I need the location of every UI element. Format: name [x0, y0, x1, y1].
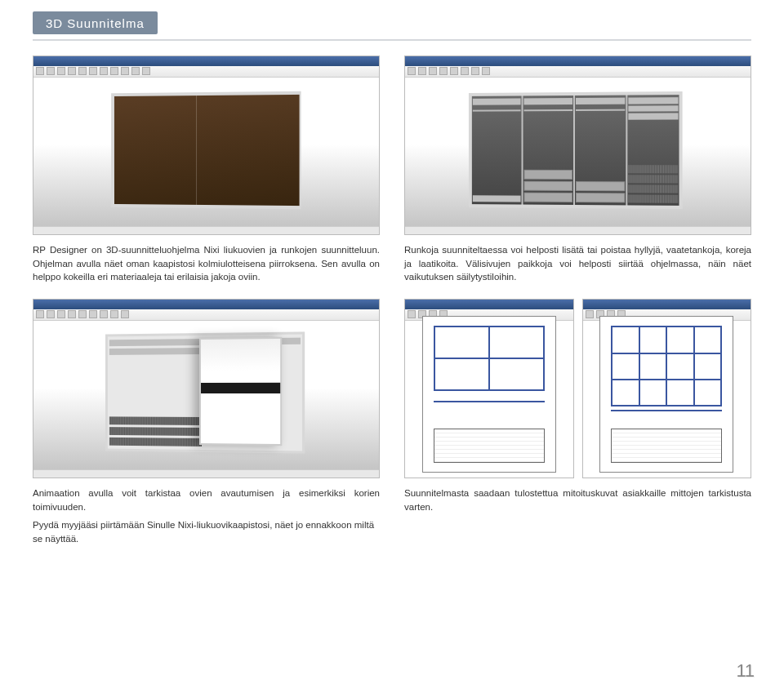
shelf [629, 97, 679, 104]
basket [109, 426, 201, 435]
app-titlebar [405, 300, 573, 309]
rail [524, 109, 573, 111]
toolbar-icon [78, 67, 87, 75]
canvas-3d [33, 78, 379, 226]
title-block [611, 429, 722, 463]
shelf [109, 347, 201, 354]
wardrobe-open [469, 91, 683, 209]
col-r2c1: Animaation avulla voit tarkistaa ovien a… [33, 299, 380, 546]
dim-line [434, 401, 545, 402]
status-bar [33, 226, 379, 234]
drawer [524, 170, 573, 180]
interior [107, 335, 203, 450]
blueprint-left [404, 299, 574, 478]
wardrobe-partial [105, 331, 305, 453]
toolbar-icon [36, 310, 44, 318]
shelf [576, 98, 625, 104]
toolbar-icon [429, 67, 437, 75]
drawer [576, 181, 625, 191]
app-toolbar [33, 309, 379, 321]
toolbar-icon [121, 67, 129, 75]
caption-r1c1: RP Designer on 3D-suunnitteluohjelma Nix… [33, 243, 380, 284]
page-number: 11 [737, 660, 753, 682]
drawer [576, 193, 625, 202]
space [629, 122, 679, 164]
section [472, 96, 523, 205]
rail [473, 109, 521, 111]
toolbar-icon [57, 67, 65, 75]
status-bar [33, 469, 379, 478]
canvas-3d [33, 321, 379, 469]
toolbar-icon [121, 310, 129, 318]
canvas-3d [405, 78, 751, 226]
caption-r2c2: Suunnitelmasta saadaan tulostettua mitoi… [404, 486, 751, 513]
title-underline [33, 39, 751, 41]
toolbar-icon [100, 67, 108, 75]
hanging-space [524, 116, 573, 168]
section [523, 96, 576, 205]
basket [109, 416, 201, 425]
toolbar-icon [57, 310, 65, 318]
shelf [524, 98, 573, 104]
app-toolbar [33, 66, 379, 78]
screenshot-animation [33, 299, 380, 478]
blueprint-right [582, 299, 752, 478]
basket [629, 184, 679, 193]
shelf [473, 99, 521, 105]
basket [109, 437, 201, 446]
toolbar-icon [47, 310, 55, 318]
dim-line [611, 410, 722, 411]
toolbar-icon [100, 310, 108, 318]
section [628, 95, 679, 206]
toolbar-icon [586, 310, 594, 318]
wardrobe-closed [111, 91, 301, 209]
app-titlebar [583, 300, 751, 309]
row-2: Animaation avulla voit tarkistaa ovien a… [33, 299, 751, 546]
shelf [473, 196, 521, 202]
shelf [109, 339, 201, 346]
row-1: RP Designer on 3D-suunnitteluohjelma Nix… [33, 56, 751, 284]
app-titlebar [33, 56, 379, 66]
toolbar-icon [47, 67, 55, 75]
toolbar-icon [89, 310, 97, 318]
section-title: 3D Suunnitelma [46, 16, 145, 30]
rail [576, 109, 625, 111]
print-sheet [422, 316, 556, 473]
title-block [434, 429, 545, 463]
print-sheet [599, 316, 733, 473]
section-title-bar: 3D Suunnitelma [33, 11, 158, 34]
toolbar-icon [439, 67, 448, 75]
toolbar-icon [461, 67, 469, 75]
basket [629, 195, 679, 203]
toolbar-icon [142, 67, 150, 75]
toolbar-icon [418, 67, 426, 75]
toolbar-icon [110, 67, 118, 75]
drawing-grid [611, 326, 722, 406]
toolbar-icon [89, 67, 97, 75]
sliding-door [199, 336, 283, 445]
toolbar-icon [131, 67, 140, 75]
space [109, 356, 201, 414]
app-toolbar [405, 66, 751, 78]
caption-r2c1: Animaation avulla voit tarkistaa ovien a… [33, 486, 380, 513]
toolbar-icon [408, 310, 416, 318]
shelf [629, 105, 679, 112]
screenshot-closed-wardrobe [33, 56, 380, 235]
drawer [524, 193, 573, 202]
toolbar-icon [68, 310, 76, 318]
drawing-grid [434, 326, 545, 391]
drawer [524, 181, 573, 191]
app-titlebar [405, 56, 751, 66]
hanging-space [473, 116, 521, 194]
screenshot-open-wardrobe [404, 56, 751, 235]
toolbar-icon [78, 310, 87, 318]
toolbar-icon [482, 67, 490, 75]
caption-r1c2: Runkoja suunniteltaessa voi helposti lis… [404, 243, 751, 284]
toolbar-icon [471, 67, 479, 75]
shelf [629, 113, 679, 120]
footer-text: Pyydä myyjääsi piirtämään Sinulle Nixi-l… [33, 518, 380, 545]
basket [629, 165, 679, 173]
toolbar-icon [36, 67, 44, 75]
toolbar-icon [450, 67, 458, 75]
col-r1c1: RP Designer on 3D-suunnitteluohjelma Nix… [33, 56, 380, 284]
